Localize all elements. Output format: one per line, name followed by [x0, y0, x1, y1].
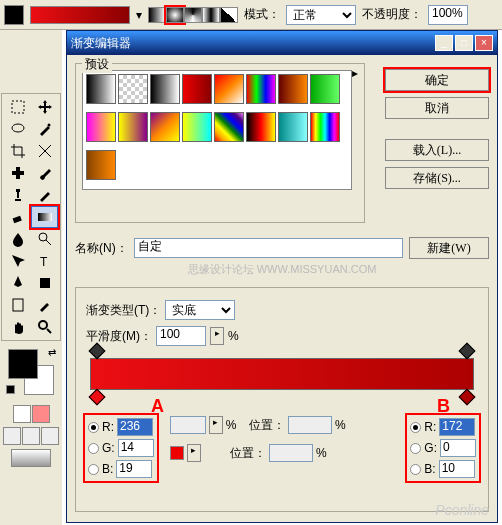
lasso-tool[interactable]: [4, 118, 31, 140]
position-unit-1: %: [335, 418, 346, 432]
label-g: G:: [102, 441, 115, 455]
color-swatch-current[interactable]: [170, 446, 184, 460]
foreground-swatch[interactable]: [4, 5, 24, 25]
foreground-color[interactable]: [8, 349, 38, 379]
preset-menu-icon[interactable]: ▸: [352, 66, 358, 80]
input-g-b[interactable]: 0: [440, 439, 476, 457]
eraser-tool[interactable]: [4, 206, 31, 228]
screen-mode-2[interactable]: [22, 427, 40, 445]
standard-mode-btn[interactable]: [13, 405, 31, 423]
jump-to-btn[interactable]: [11, 449, 51, 467]
preset-swatch[interactable]: [150, 112, 180, 142]
gradient-bar[interactable]: [90, 358, 474, 390]
opacity-input[interactable]: [428, 5, 468, 25]
new-button[interactable]: 新建(W): [409, 237, 489, 259]
preset-swatch[interactable]: [118, 74, 148, 104]
radio-g-b[interactable]: [410, 443, 421, 454]
quickmask-mode-btn[interactable]: [32, 405, 50, 423]
load-button[interactable]: 载入(L)...: [385, 139, 489, 161]
type-tool[interactable]: T: [31, 250, 58, 272]
preset-swatch[interactable]: [86, 150, 116, 180]
preset-swatch[interactable]: [246, 74, 276, 104]
dodge-tool[interactable]: [31, 228, 58, 250]
input-b-a[interactable]: 19: [116, 460, 152, 478]
preset-swatch[interactable]: [214, 112, 244, 142]
path-tool[interactable]: [4, 250, 31, 272]
input-r-b[interactable]: 172: [439, 418, 475, 436]
input-g-a[interactable]: 14: [118, 439, 154, 457]
heal-tool[interactable]: [4, 162, 31, 184]
window-maximize-btn[interactable]: □: [455, 35, 473, 51]
hand-tool[interactable]: [4, 316, 31, 338]
preset-swatch[interactable]: [182, 74, 212, 104]
notes-tool[interactable]: [4, 294, 31, 316]
color-stop-a[interactable]: [89, 389, 106, 406]
preset-swatch[interactable]: [118, 112, 148, 142]
preset-swatch[interactable]: [182, 112, 212, 142]
screen-mode-1[interactable]: [3, 427, 21, 445]
preset-swatch[interactable]: [310, 74, 340, 104]
preset-swatch[interactable]: [278, 74, 308, 104]
preset-swatch[interactable]: [86, 112, 116, 142]
svg-rect-6: [38, 213, 52, 221]
gradient-type-select[interactable]: 实底: [165, 300, 235, 320]
crop-tool[interactable]: [4, 140, 31, 162]
input-b-b[interactable]: 10: [439, 460, 475, 478]
footer-watermark: Pconline: [435, 502, 489, 518]
preset-swatch[interactable]: [86, 74, 116, 104]
blend-mode-select[interactable]: 正常: [286, 5, 356, 25]
pen-tool[interactable]: [4, 272, 31, 294]
name-row: 名称(N)： 新建(W): [75, 237, 489, 259]
radio-r-a[interactable]: [88, 422, 99, 433]
window-minimize-btn[interactable]: _: [435, 35, 453, 51]
opacity-slider-btn[interactable]: ▸: [209, 416, 223, 434]
radio-g-a[interactable]: [88, 443, 99, 454]
smoothness-slider-btn[interactable]: ▸: [210, 327, 224, 345]
blur-tool[interactable]: [4, 228, 31, 250]
radio-r-b[interactable]: [410, 422, 421, 433]
cancel-button[interactable]: 取消: [385, 97, 489, 119]
brush-tool[interactable]: [31, 162, 58, 184]
eyedropper-tool[interactable]: [31, 294, 58, 316]
radio-b-b[interactable]: [410, 464, 421, 475]
angle-gradient-btn[interactable]: [184, 7, 202, 23]
screen-mode-3[interactable]: [41, 427, 59, 445]
zoom-tool[interactable]: [31, 316, 58, 338]
window-close-btn[interactable]: ×: [475, 35, 493, 51]
preset-swatch[interactable]: [214, 74, 244, 104]
input-r-a[interactable]: 236: [117, 418, 153, 436]
dialog-titlebar[interactable]: 渐变编辑器 _ □ ×: [67, 31, 497, 55]
annotation-a: A: [151, 396, 164, 417]
color-a-rgb: R:236 G:14 B:19: [86, 416, 156, 480]
reflected-gradient-btn[interactable]: [202, 7, 220, 23]
swap-colors-icon[interactable]: ⇄: [48, 347, 56, 358]
preset-swatch[interactable]: [310, 112, 340, 142]
default-colors-icon[interactable]: [6, 385, 18, 397]
name-input[interactable]: [134, 238, 403, 258]
preset-swatch[interactable]: [278, 112, 308, 142]
mask-mode-row: [0, 403, 62, 425]
radial-gradient-btn[interactable]: [166, 7, 184, 23]
svg-point-1: [12, 124, 24, 132]
gradient-preview[interactable]: [30, 6, 130, 24]
color-slider-btn[interactable]: ▸: [187, 444, 201, 462]
preset-swatch[interactable]: [246, 112, 276, 142]
shape-tool[interactable]: [31, 272, 58, 294]
history-brush-tool[interactable]: [31, 184, 58, 206]
linear-gradient-btn[interactable]: [148, 7, 166, 23]
radio-b-a[interactable]: [88, 464, 99, 475]
save-button[interactable]: 存储(S)...: [385, 167, 489, 189]
color-stop-b[interactable]: [459, 389, 476, 406]
preset-swatch[interactable]: [150, 74, 180, 104]
ok-button[interactable]: 确定: [385, 69, 489, 91]
move-tool[interactable]: [31, 96, 58, 118]
slice-tool[interactable]: [31, 140, 58, 162]
dropdown-icon[interactable]: ▾: [136, 8, 142, 22]
smoothness-input[interactable]: [156, 326, 206, 346]
wand-tool[interactable]: [31, 118, 58, 140]
position-label-1: 位置：: [249, 417, 285, 434]
marquee-tool[interactable]: [4, 96, 31, 118]
diamond-gradient-btn[interactable]: [220, 7, 238, 23]
gradient-tool[interactable]: [31, 206, 58, 228]
stamp-tool[interactable]: [4, 184, 31, 206]
